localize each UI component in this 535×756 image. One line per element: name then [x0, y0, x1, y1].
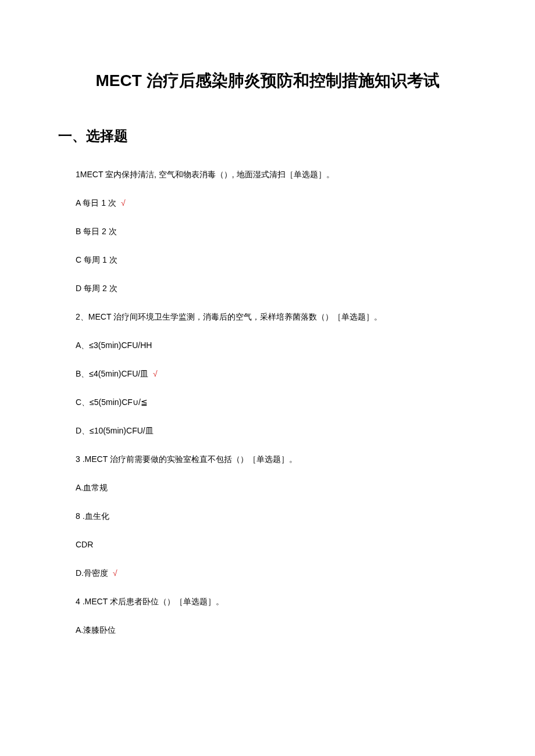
option-text: D.骨密度 — [76, 568, 108, 578]
option: C、≤5(5min)CF∪/≦ — [76, 396, 477, 409]
option: D、≤10(5min)CFU/皿 — [76, 425, 477, 437]
option-text: C、≤5(5min)CF∪/≦ — [76, 397, 148, 407]
question-text: 2、MECT 治疗间环境卫生学监测，消毒后的空气，采样培养菌落数（）［单选题］。 — [76, 311, 477, 323]
correct-mark-icon: √ — [113, 568, 117, 578]
document-page: MECT 治疗后感染肺炎预防和控制措施知识考试 一、选择题 1MECT 室内保持… — [0, 0, 535, 687]
option: B、≤4(5min)CFU/皿 √ — [76, 368, 477, 380]
option: CDR — [76, 539, 477, 551]
option: C 每周 1 次 — [76, 254, 477, 266]
option-text: A、≤3(5min)CFU/HH — [76, 341, 152, 350]
option-text: A.漆膝卧位 — [76, 625, 116, 635]
correct-mark-icon: √ — [121, 198, 126, 207]
option-text: B 每日 2 次 — [76, 227, 117, 236]
question-text: 1MECT 室内保持清洁, 空气和物表消毒（）, 地面湿式清扫［单选题］。 — [76, 169, 477, 181]
option: A.漆膝卧位 — [76, 624, 477, 636]
option: A.血常规 — [76, 482, 477, 494]
question-text: 3 .MECT 治疗前需要做的实验室检直不包括（）［单选题］。 — [76, 453, 477, 465]
option: B 每日 2 次 — [76, 225, 477, 238]
option: A、≤3(5min)CFU/HH — [76, 339, 477, 352]
option-text: CDR — [76, 540, 93, 549]
option-text: D 每周 2 次 — [76, 284, 117, 293]
page-title: MECT 治疗后感染肺炎预防和控制措施知识考试 — [58, 70, 477, 92]
option-text: D、≤10(5min)CFU/皿 — [76, 426, 154, 435]
option-text: A 每日 1 次 — [76, 198, 116, 207]
option: D 每周 2 次 — [76, 282, 477, 295]
option: 8 .血生化 — [76, 510, 477, 522]
option: A 每日 1 次 √ — [76, 197, 477, 209]
section-heading: 一、选择题 — [58, 127, 477, 145]
question-text: 4 .MECT 术后患者卧位（）［单选题］。 — [76, 596, 477, 608]
option-text: A.血常规 — [76, 483, 108, 492]
option-text: 8 .血生化 — [76, 511, 109, 521]
correct-mark-icon: √ — [153, 369, 158, 378]
option: D.骨密度 √ — [76, 567, 477, 579]
option-text: B、≤4(5min)CFU/皿 — [76, 369, 148, 378]
questions-container: 1MECT 室内保持清洁, 空气和物表消毒（）, 地面湿式清扫［单选题］。A 每… — [58, 169, 477, 636]
option-text: C 每周 1 次 — [76, 255, 117, 264]
